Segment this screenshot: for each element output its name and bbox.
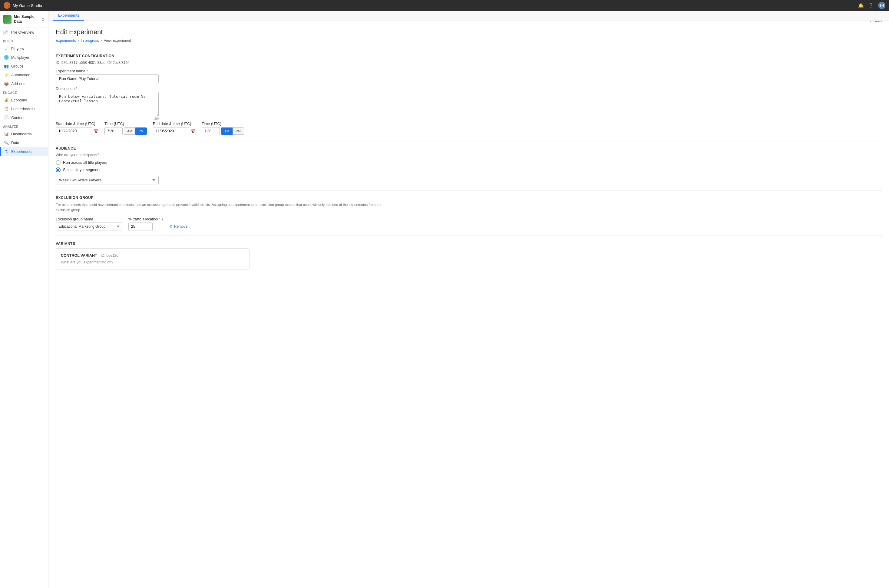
variant-id: ID: bce12c bbox=[101, 254, 118, 258]
help-icon[interactable]: ❓ bbox=[868, 3, 874, 8]
groups-icon: 👥 bbox=[4, 64, 9, 68]
end-pm-button[interactable]: PM bbox=[232, 128, 244, 135]
end-time-input[interactable] bbox=[202, 127, 220, 135]
sidebar-item-players[interactable]: ⟋ Players bbox=[0, 44, 48, 53]
start-time-group: Time (UTC) AM PM bbox=[105, 122, 147, 135]
sidebar-item-content[interactable]: 📄 Content bbox=[0, 113, 48, 122]
required-indicator-desc: * bbox=[76, 87, 77, 91]
sidebar-section-analyze: ANALYZE bbox=[0, 122, 48, 130]
tab-experiments[interactable]: Experiments bbox=[53, 11, 84, 21]
exclusion-name-label: Exclusion group name bbox=[56, 217, 122, 221]
end-time-wrap: AM PM bbox=[202, 127, 244, 135]
sidebar-item-multiplayer[interactable]: 🌐 Multiplayer bbox=[0, 53, 48, 62]
required-indicator: * bbox=[86, 69, 88, 73]
radio-label-segment: Select player segment bbox=[63, 168, 100, 172]
sidebar-item-data[interactable]: 🔍 Data bbox=[0, 138, 48, 147]
end-date-group: End date & time (UTC) 📅 bbox=[153, 122, 196, 135]
start-pm-button[interactable]: PM bbox=[135, 128, 147, 135]
traffic-label: % traffic allocation bbox=[128, 217, 158, 221]
radio-all-players[interactable]: Run across all title players bbox=[56, 160, 882, 165]
gear-icon[interactable]: ⚙ bbox=[41, 17, 45, 22]
start-am-button[interactable]: AM bbox=[124, 128, 135, 135]
external-link-icon: ↗ bbox=[870, 21, 873, 23]
section-header-audience: AUDIENCE bbox=[56, 146, 882, 150]
remove-label: Remove bbox=[174, 224, 188, 229]
breadcrumb-current: View Experiment bbox=[104, 39, 131, 43]
start-date-input[interactable] bbox=[56, 127, 92, 135]
audience-section: AUDIENCE Who are your participants? Run … bbox=[56, 146, 882, 184]
experiment-name-label: Experiment name * bbox=[56, 69, 882, 73]
sidebar-label-data: Data bbox=[11, 141, 19, 145]
start-time-input[interactable] bbox=[105, 127, 123, 135]
required-indicator-traffic: * bbox=[159, 217, 160, 221]
sidebar-label-players: Players bbox=[11, 46, 24, 51]
sidebar-section-engage: ENGAGE bbox=[0, 88, 48, 96]
description-group: Description * Run below variations: Tuto… bbox=[56, 87, 882, 120]
app-logo: 🎮 bbox=[4, 2, 10, 9]
experiments-icon: ⚗ bbox=[4, 149, 9, 154]
exclusion-description: For experiments that could have interact… bbox=[56, 202, 389, 213]
players-icon: ⟋ bbox=[4, 46, 9, 51]
experiment-name-input[interactable] bbox=[56, 75, 159, 83]
radio-dot-all bbox=[56, 160, 61, 165]
segment-dropdown[interactable]: Week Two Active Players bbox=[56, 176, 159, 184]
tab-bar: Experiments bbox=[48, 11, 889, 21]
notifications-icon[interactable]: 🔔 bbox=[858, 3, 864, 8]
breadcrumb-sep-2: › bbox=[101, 39, 102, 43]
end-date-wrap: 📅 bbox=[153, 127, 196, 135]
sidebar-item-dashboards[interactable]: 📊 Dashboards bbox=[0, 130, 48, 138]
description-textarea[interactable]: Run below variations: Tutorial room Vs C… bbox=[56, 92, 159, 116]
data-icon: 🔍 bbox=[4, 141, 9, 145]
sidebar-item-leaderboards[interactable]: 📋 Leaderboards bbox=[0, 105, 48, 113]
sidebar-label-leaderboards: Leaderboards bbox=[11, 107, 34, 111]
exclusion-name-group: Exclusion group name Educational Marketi… bbox=[56, 217, 122, 230]
sidebar-label-title-overview: Title Overview bbox=[10, 30, 34, 34]
calendar-icon-end[interactable]: 📅 bbox=[190, 129, 196, 134]
sidebar-label-multiplayer: Multiplayer bbox=[11, 56, 29, 60]
variants-section: VARIANTS CONTROL VARIANT ID: bce12c What… bbox=[56, 242, 882, 270]
remove-icon: 🗑 bbox=[169, 224, 173, 229]
breadcrumb-item-2[interactable]: In progress bbox=[81, 39, 99, 43]
sidebar-section-build: BUILD bbox=[0, 37, 48, 44]
end-am-button[interactable]: AM bbox=[221, 128, 232, 135]
remove-button[interactable]: 🗑 Remove bbox=[169, 224, 188, 229]
sidebar-item-economy[interactable]: 💰 Economy bbox=[0, 96, 48, 105]
audience-description: Who are your participants? bbox=[56, 153, 882, 157]
traffic-input[interactable] bbox=[128, 222, 153, 230]
remove-group: 🗑 Remove bbox=[169, 224, 188, 230]
sidebar-profile: Mrs Sample Data ⚙ bbox=[0, 11, 48, 28]
description-label: Description * bbox=[56, 87, 882, 91]
sidebar-item-addons[interactable]: 📦 Add-ons bbox=[0, 80, 48, 88]
sidebar-item-title-overview[interactable]: 📈 Title Overview bbox=[0, 28, 48, 37]
breadcrumb: Experiments › In progress › View Experim… bbox=[56, 39, 882, 43]
calendar-icon-start[interactable]: 📅 bbox=[93, 129, 98, 134]
sidebar-item-automation[interactable]: ⚡ Automation bbox=[0, 70, 48, 80]
end-date-input[interactable] bbox=[153, 127, 189, 135]
page-title: Edit Experiment bbox=[56, 28, 882, 36]
exclusion-name-dropdown[interactable]: Educational Marketing Group bbox=[56, 222, 122, 230]
content-area: Experiments ↗ Docs Edit Experiment Exper… bbox=[48, 11, 889, 588]
experiment-id: ID: 926a8717-a558-4001-83ae-4642ec8f816f bbox=[56, 60, 882, 65]
sidebar-item-experiments[interactable]: ⚗ Experiments bbox=[0, 147, 48, 156]
breadcrumb-item-1[interactable]: Experiments bbox=[56, 39, 76, 43]
economy-icon: 💰 bbox=[4, 98, 9, 102]
radio-select-segment[interactable]: Select player segment bbox=[56, 168, 882, 172]
app-title: My Game Studio bbox=[13, 3, 856, 8]
char-count: 199 bbox=[56, 117, 159, 120]
section-header-config: EXPERIMENT CONFIGURATION bbox=[56, 54, 882, 58]
avatar[interactable]: SH bbox=[878, 2, 885, 9]
end-time-label: Time (UTC) bbox=[202, 122, 244, 126]
sidebar: Mrs Sample Data ⚙ 📈 Title Overview BUILD… bbox=[0, 11, 48, 588]
start-date-label: Start date & time (UTC) bbox=[56, 122, 98, 126]
sidebar-label-addons: Add-ons bbox=[11, 82, 25, 86]
docs-label: Docs bbox=[874, 21, 882, 23]
sidebar-item-groups[interactable]: 👥 Groups bbox=[0, 62, 48, 70]
exclusion-row: Exclusion group name Educational Marketi… bbox=[56, 217, 882, 230]
exclusion-group-section: EXCLUSION GROUP For experiments that cou… bbox=[56, 196, 882, 230]
variant-title: CONTROL VARIANT bbox=[61, 254, 97, 258]
dashboards-icon: 📊 bbox=[4, 132, 9, 136]
end-time-group: Time (UTC) AM PM bbox=[202, 122, 244, 135]
docs-link[interactable]: ↗ Docs bbox=[870, 21, 882, 24]
info-icon[interactable]: ℹ bbox=[162, 217, 163, 221]
topbar-icons: 🔔 ❓ SH bbox=[858, 2, 885, 9]
